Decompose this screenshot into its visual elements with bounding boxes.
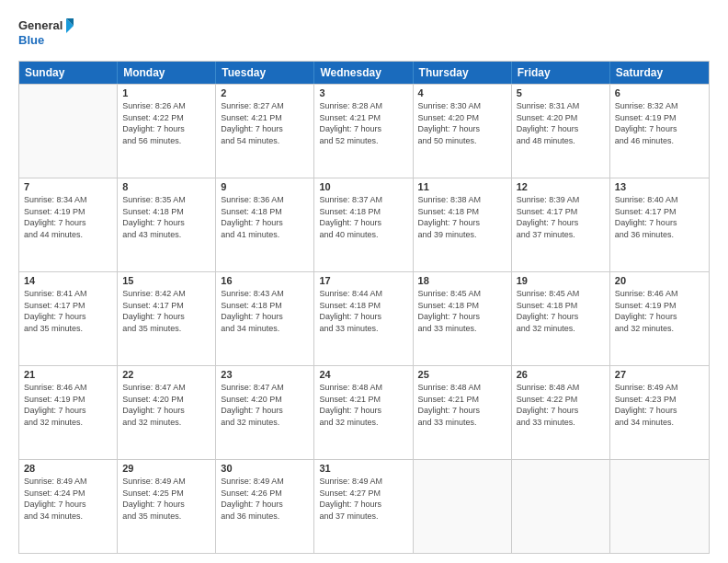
day-info: Sunrise: 8:49 AMSunset: 4:27 PMDaylight:… xyxy=(319,476,407,522)
cal-cell-21: 21Sunrise: 8:46 AMSunset: 4:19 PMDayligh… xyxy=(19,366,118,459)
svg-text:General: General xyxy=(18,18,63,32)
cal-cell-22: 22Sunrise: 8:47 AMSunset: 4:20 PMDayligh… xyxy=(118,366,216,459)
day-info: Sunrise: 8:47 AMSunset: 4:20 PMDaylight:… xyxy=(122,382,210,428)
day-info: Sunrise: 8:27 AMSunset: 4:21 PMDaylight:… xyxy=(221,100,309,146)
day-number: 22 xyxy=(122,369,210,380)
day-info: Sunrise: 8:49 AMSunset: 4:26 PMDaylight:… xyxy=(221,476,309,522)
day-info: Sunrise: 8:49 AMSunset: 4:25 PMDaylight:… xyxy=(122,476,210,522)
cal-cell-27: 27Sunrise: 8:49 AMSunset: 4:23 PMDayligh… xyxy=(610,366,709,459)
cal-cell-3: 3Sunrise: 8:28 AMSunset: 4:21 PMDaylight… xyxy=(314,85,413,178)
day-number: 9 xyxy=(221,181,309,192)
day-info: Sunrise: 8:44 AMSunset: 4:18 PMDaylight:… xyxy=(319,288,407,334)
day-info: Sunrise: 8:48 AMSunset: 4:21 PMDaylight:… xyxy=(319,382,407,428)
svg-text:Blue: Blue xyxy=(18,33,44,47)
cal-cell-31: 31Sunrise: 8:49 AMSunset: 4:27 PMDayligh… xyxy=(314,460,413,553)
day-info: Sunrise: 8:48 AMSunset: 4:22 PMDaylight:… xyxy=(517,382,605,428)
day-number: 20 xyxy=(615,275,704,286)
cal-cell-9: 9Sunrise: 8:36 AMSunset: 4:18 PMDaylight… xyxy=(216,178,314,271)
day-number: 19 xyxy=(517,275,605,286)
calendar: SundayMondayTuesdayWednesdayThursdayFrid… xyxy=(18,61,710,554)
day-number: 7 xyxy=(24,181,112,192)
day-info: Sunrise: 8:42 AMSunset: 4:17 PMDaylight:… xyxy=(122,288,210,334)
day-info: Sunrise: 8:43 AMSunset: 4:18 PMDaylight:… xyxy=(221,288,309,334)
day-number: 13 xyxy=(615,181,704,192)
day-number: 16 xyxy=(221,275,309,286)
day-number: 28 xyxy=(24,463,112,474)
page: General Blue SundayMondayTuesdayWednesda… xyxy=(0,0,728,563)
calendar-body: 1Sunrise: 8:26 AMSunset: 4:22 PMDaylight… xyxy=(19,84,709,553)
day-info: Sunrise: 8:28 AMSunset: 4:21 PMDaylight:… xyxy=(319,100,407,146)
day-number: 11 xyxy=(418,181,506,192)
day-number: 4 xyxy=(418,87,506,98)
cal-cell-19: 19Sunrise: 8:45 AMSunset: 4:18 PMDayligh… xyxy=(512,272,610,365)
logo-svg: General Blue xyxy=(18,15,74,52)
cal-cell-8: 8Sunrise: 8:35 AMSunset: 4:18 PMDaylight… xyxy=(118,178,216,271)
cal-cell-18: 18Sunrise: 8:45 AMSunset: 4:18 PMDayligh… xyxy=(414,272,512,365)
day-number: 1 xyxy=(122,87,210,98)
cal-cell-empty xyxy=(19,85,118,178)
week-row-1: 7Sunrise: 8:34 AMSunset: 4:19 PMDaylight… xyxy=(19,178,709,271)
day-info: Sunrise: 8:26 AMSunset: 4:22 PMDaylight:… xyxy=(122,100,210,146)
day-info: Sunrise: 8:46 AMSunset: 4:19 PMDaylight:… xyxy=(24,382,112,428)
cal-cell-20: 20Sunrise: 8:46 AMSunset: 4:19 PMDayligh… xyxy=(610,272,709,365)
cal-cell-29: 29Sunrise: 8:49 AMSunset: 4:25 PMDayligh… xyxy=(118,460,216,553)
day-number: 18 xyxy=(418,275,506,286)
day-number: 17 xyxy=(319,275,407,286)
day-info: Sunrise: 8:39 AMSunset: 4:17 PMDaylight:… xyxy=(517,194,605,240)
day-number: 3 xyxy=(319,87,407,98)
header: General Blue xyxy=(18,15,710,52)
cal-cell-10: 10Sunrise: 8:37 AMSunset: 4:18 PMDayligh… xyxy=(314,178,413,271)
day-info: Sunrise: 8:47 AMSunset: 4:20 PMDaylight:… xyxy=(221,382,309,428)
cal-cell-24: 24Sunrise: 8:48 AMSunset: 4:21 PMDayligh… xyxy=(314,366,413,459)
cal-cell-26: 26Sunrise: 8:48 AMSunset: 4:22 PMDayligh… xyxy=(512,366,610,459)
cal-cell-30: 30Sunrise: 8:49 AMSunset: 4:26 PMDayligh… xyxy=(216,460,314,553)
header-cell-wednesday: Wednesday xyxy=(314,62,413,84)
day-number: 21 xyxy=(24,369,112,380)
day-info: Sunrise: 8:49 AMSunset: 4:23 PMDaylight:… xyxy=(615,382,704,428)
cal-cell-7: 7Sunrise: 8:34 AMSunset: 4:19 PMDaylight… xyxy=(19,178,118,271)
day-number: 25 xyxy=(418,369,506,380)
day-number: 23 xyxy=(221,369,309,380)
day-info: Sunrise: 8:30 AMSunset: 4:20 PMDaylight:… xyxy=(418,100,506,146)
day-number: 29 xyxy=(122,463,210,474)
day-number: 5 xyxy=(517,87,605,98)
header-cell-saturday: Saturday xyxy=(610,62,709,84)
day-number: 10 xyxy=(319,181,407,192)
header-cell-thursday: Thursday xyxy=(414,62,512,84)
cal-cell-28: 28Sunrise: 8:49 AMSunset: 4:24 PMDayligh… xyxy=(19,460,118,553)
header-cell-friday: Friday xyxy=(512,62,610,84)
day-number: 27 xyxy=(615,369,704,380)
week-row-0: 1Sunrise: 8:26 AMSunset: 4:22 PMDaylight… xyxy=(19,84,709,178)
cal-cell-25: 25Sunrise: 8:48 AMSunset: 4:21 PMDayligh… xyxy=(414,366,512,459)
cal-cell-14: 14Sunrise: 8:41 AMSunset: 4:17 PMDayligh… xyxy=(19,272,118,365)
logo: General Blue xyxy=(18,15,74,52)
cal-cell-empty xyxy=(610,460,709,553)
day-info: Sunrise: 8:46 AMSunset: 4:19 PMDaylight:… xyxy=(615,288,704,334)
day-number: 14 xyxy=(24,275,112,286)
day-info: Sunrise: 8:34 AMSunset: 4:19 PMDaylight:… xyxy=(24,194,112,240)
cal-cell-11: 11Sunrise: 8:38 AMSunset: 4:18 PMDayligh… xyxy=(414,178,512,271)
day-info: Sunrise: 8:38 AMSunset: 4:18 PMDaylight:… xyxy=(418,194,506,240)
cal-cell-12: 12Sunrise: 8:39 AMSunset: 4:17 PMDayligh… xyxy=(512,178,610,271)
cal-cell-17: 17Sunrise: 8:44 AMSunset: 4:18 PMDayligh… xyxy=(314,272,413,365)
cal-cell-13: 13Sunrise: 8:40 AMSunset: 4:17 PMDayligh… xyxy=(610,178,709,271)
day-number: 26 xyxy=(517,369,605,380)
cal-cell-1: 1Sunrise: 8:26 AMSunset: 4:22 PMDaylight… xyxy=(118,85,216,178)
header-cell-tuesday: Tuesday xyxy=(216,62,314,84)
cal-cell-6: 6Sunrise: 8:32 AMSunset: 4:19 PMDaylight… xyxy=(610,85,709,178)
day-info: Sunrise: 8:49 AMSunset: 4:24 PMDaylight:… xyxy=(24,476,112,522)
day-info: Sunrise: 8:32 AMSunset: 4:19 PMDaylight:… xyxy=(615,100,704,146)
day-info: Sunrise: 8:40 AMSunset: 4:17 PMDaylight:… xyxy=(615,194,704,240)
day-number: 8 xyxy=(122,181,210,192)
week-row-4: 28Sunrise: 8:49 AMSunset: 4:24 PMDayligh… xyxy=(19,459,709,553)
day-number: 15 xyxy=(122,275,210,286)
week-row-2: 14Sunrise: 8:41 AMSunset: 4:17 PMDayligh… xyxy=(19,271,709,365)
cal-cell-23: 23Sunrise: 8:47 AMSunset: 4:20 PMDayligh… xyxy=(216,366,314,459)
header-cell-monday: Monday xyxy=(118,62,216,84)
day-info: Sunrise: 8:45 AMSunset: 4:18 PMDaylight:… xyxy=(517,288,605,334)
calendar-header: SundayMondayTuesdayWednesdayThursdayFrid… xyxy=(19,62,709,84)
day-number: 2 xyxy=(221,87,309,98)
cal-cell-15: 15Sunrise: 8:42 AMSunset: 4:17 PMDayligh… xyxy=(118,272,216,365)
day-info: Sunrise: 8:41 AMSunset: 4:17 PMDaylight:… xyxy=(24,288,112,334)
cal-cell-16: 16Sunrise: 8:43 AMSunset: 4:18 PMDayligh… xyxy=(216,272,314,365)
